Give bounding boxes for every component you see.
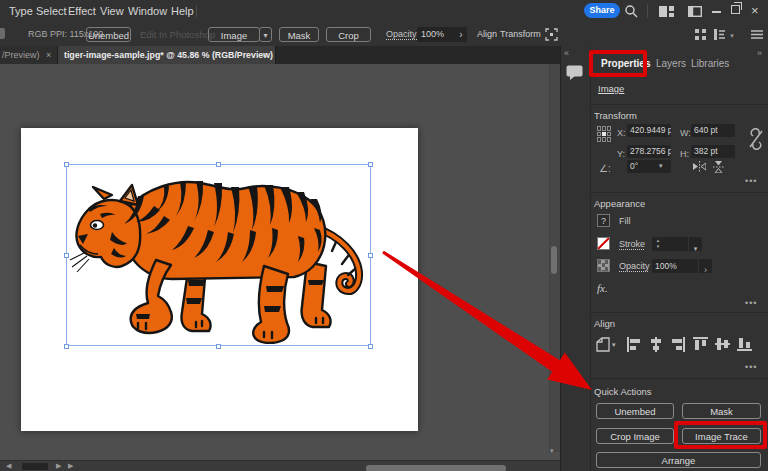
reference-point-selector[interactable] [597,126,613,142]
fill-swatch[interactable]: ? [597,214,610,227]
tab-libraries[interactable]: Libraries [691,58,729,69]
selection-handle-w[interactable] [64,253,69,258]
search-icon[interactable] [624,4,638,18]
stroke-weight-dropdown-icon[interactable]: ▾ [689,237,702,251]
qa-crop-image-button[interactable]: Crop Image [596,428,674,444]
transform-more-options[interactable]: ••• [745,176,757,186]
share-button[interactable]: Share [584,3,620,18]
align-left-icon[interactable] [627,337,641,352]
expand-panel-icon[interactable]: » [757,48,762,58]
x-input[interactable]: 420.9449 p [627,124,671,137]
next-artboard-icon[interactable]: ▶ [56,462,61,470]
last-artboard-icon[interactable]: ▶ [68,462,73,470]
appearance-more-options[interactable]: ••• [745,298,757,308]
qa-unembed-button[interactable]: Unembed [596,403,674,419]
selection-handle-sw[interactable] [64,344,69,349]
menu-select[interactable]: Select [36,5,67,17]
grid-options-icon[interactable] [695,29,706,40]
menu-effect[interactable]: Effect [68,5,96,17]
selection-bounding-box[interactable] [66,164,371,346]
image-trace-button[interactable]: Image Trace [208,27,260,42]
qa-arrange-button[interactable]: Arrange [596,452,761,468]
flip-horizontal-icon[interactable] [693,161,706,172]
collapse-panel-icon[interactable]: « [564,48,569,58]
qa-mask-button[interactable]: Mask [682,403,761,419]
transform-link[interactable]: Transform [500,29,541,39]
tab-layers[interactable]: Layers [656,58,686,69]
fx-effects-button[interactable]: fx. [597,282,608,294]
section-divider [590,192,768,193]
w-input[interactable]: 640 pt [691,124,735,137]
align-to-dropdown-icon[interactable]: ▾ [612,341,616,349]
align-section-title: Align [594,318,615,329]
panel-dock-icon[interactable] [714,29,726,40]
panel-opacity-label[interactable]: Opacity [619,261,650,271]
selection-handle-ne[interactable] [368,162,373,167]
image-trace-dropdown-icon[interactable]: ▾ [259,27,272,42]
scroll-down-icon[interactable]: ▾ [550,447,554,455]
menu-type[interactable]: Type [9,5,33,17]
opacity-swatch[interactable] [597,259,610,272]
align-more-options[interactable]: ••• [745,362,757,372]
first-artboard-icon[interactable]: ◀ [6,462,11,470]
crop-image-button[interactable]: Crop Image [326,27,371,42]
object-type-link[interactable]: Image [598,83,624,94]
align-right-icon[interactable] [671,337,685,352]
canvas-pasteboard[interactable]: ▾ [0,64,560,460]
opacity-input[interactable]: 100% [417,27,455,42]
align-vertical-center-icon[interactable] [715,337,730,351]
vertical-scrollbar-thumb[interactable] [551,246,557,274]
comments-icon[interactable] [566,65,583,80]
selection-handle-nw[interactable] [64,162,69,167]
stroke-label[interactable]: Stroke [619,239,645,249]
align-to-selection-icon[interactable] [595,337,611,353]
menu-view[interactable]: View [100,5,124,17]
mask-button[interactable]: Mask [279,27,319,42]
dock-chevron-icon[interactable]: ▾ [727,28,737,43]
rotate-input[interactable]: 0° [627,160,671,173]
transform-section-title: Transform [594,110,637,121]
opacity-arrow-icon[interactable]: › [455,27,467,42]
tab-active-document[interactable]: tiger-image-sample.jpg* @ 45.86 % (RGB/P… [58,46,276,64]
quick-actions-section-title: Quick Actions [594,386,652,397]
stroke-swatch[interactable] [597,237,610,250]
rotate-dropdown-icon[interactable]: ▾ [659,162,663,170]
align-top-icon[interactable] [693,337,708,351]
selection-handle-n[interactable] [216,162,221,167]
appearance-section-title: Appearance [594,198,645,209]
close-tab-icon[interactable]: × [262,46,267,64]
unembed-button[interactable]: Unembed [86,27,131,42]
menu-help[interactable]: Help [171,5,194,17]
menu-window[interactable]: Window [128,5,167,17]
h-label: H: [680,149,689,159]
y-input[interactable]: 278.2756 p [627,145,671,158]
section-divider [590,312,768,313]
workspace-switcher-icon[interactable] [659,6,674,17]
horizontal-scrollbar-thumb[interactable] [366,465,506,471]
color-mode-label: RGB [28,29,48,39]
restore-button[interactable] [731,5,740,14]
arrange-documents-icon[interactable] [688,6,702,17]
tab-background-document[interactable]: /Preview) × [0,46,58,64]
selection-handle-e[interactable] [368,253,373,258]
selected-object-icon [0,28,5,39]
minimize-button[interactable] [712,11,721,13]
artboard-number-field[interactable] [22,463,48,470]
close-tab-icon[interactable]: × [46,46,51,64]
opacity-label[interactable]: Opacity: [386,29,419,39]
stroke-weight-input[interactable] [664,237,688,251]
align-link[interactable]: Align [477,29,497,39]
stroke-weight-stepper[interactable]: ▴ ▾ [652,237,664,251]
panel-opacity-arrow-icon[interactable]: › [699,259,712,273]
selection-handle-se[interactable] [368,344,373,349]
constrain-proportions-icon[interactable] [749,128,763,150]
h-input[interactable]: 382 pt [691,145,735,158]
selection-handle-s[interactable] [216,344,221,349]
menu-list-icon[interactable] [751,30,763,39]
align-horizontal-center-icon[interactable] [649,337,663,352]
close-window-button[interactable]: × [751,3,759,18]
panel-opacity-input[interactable]: 100% [652,259,698,273]
align-bottom-icon[interactable] [737,337,752,351]
flip-vertical-icon[interactable] [713,161,724,173]
isolate-selection-icon[interactable] [545,28,558,41]
